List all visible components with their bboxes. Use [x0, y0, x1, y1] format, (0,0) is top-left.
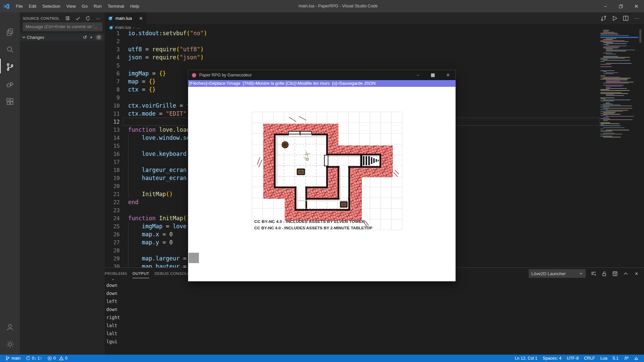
branch-indicator[interactable]: main: [3, 355, 23, 362]
active-view-indicator: [0, 59, 1, 73]
open-changes-icon[interactable]: [600, 15, 607, 21]
refresh-icon[interactable]: [85, 16, 91, 21]
source-control-header: SOURCE CONTROL ···: [23, 15, 105, 22]
stage-all-icon[interactable]: +: [90, 35, 93, 40]
dropdown-value: Löve2D Launcher: [531, 271, 579, 276]
extensions-icon[interactable]: [6, 98, 14, 106]
code-line-16: 16 love.keyboard.: [105, 150, 190, 158]
tab-label: main.lua: [115, 16, 132, 21]
encoding[interactable]: UTF-8: [564, 355, 581, 362]
code-line-29: 29 map.largeur =: [105, 254, 190, 262]
lua-version[interactable]: 5.1: [610, 355, 621, 362]
panel-tab-problems[interactable]: PROBLEMS: [105, 268, 127, 279]
changes-section-row[interactable]: Changes ↺ + 0: [20, 34, 105, 41]
cursor-position[interactable]: Ln 12, Col 1: [512, 355, 540, 362]
error-count: 0: [53, 356, 56, 361]
eol-sequence[interactable]: CRLF: [581, 355, 598, 362]
open-in-editor-icon[interactable]: [612, 271, 618, 277]
paper-rpg-help-bar: [Flèches]=Déplace l'image [TAB]=Montre l…: [188, 80, 455, 87]
output-line: lalt: [106, 322, 117, 330]
commit-check-icon[interactable]: [75, 16, 80, 21]
more-actions-icon[interactable]: ···: [634, 15, 640, 21]
code-line-14: 14 love.window.se: [105, 134, 190, 142]
menu-file[interactable]: File: [13, 0, 26, 12]
editor-scrollbar[interactable]: [639, 29, 641, 43]
tab-main-lua[interactable]: main.lua ✕: [105, 12, 147, 24]
menu-go[interactable]: Go: [79, 0, 91, 12]
split-editor-icon[interactable]: [623, 15, 629, 21]
settings-gear-icon[interactable]: [6, 340, 14, 349]
paper-rpg-title-bar[interactable]: Paper RPG by Gamecodeur − ✕: [188, 70, 455, 80]
tab-close-icon[interactable]: ✕: [138, 16, 144, 21]
notifications-bell-icon[interactable]: [631, 355, 641, 362]
code-line-27: 27 map.y = 0: [105, 238, 173, 246]
menu-terminal[interactable]: Terminal: [105, 0, 127, 12]
unlock-icon[interactable]: [601, 271, 607, 277]
language-mode[interactable]: Lua: [598, 355, 610, 362]
credit-line-1: CC BY-NC 4.0 - INCLUDES ASSETS BY ELVEN …: [254, 220, 365, 224]
maximize-button[interactable]: [425, 70, 440, 80]
view-as-tree-icon[interactable]: [65, 16, 70, 21]
pot-prop: [282, 142, 288, 148]
close-panel-icon[interactable]: ×: [634, 271, 639, 277]
sync-indicator[interactable]: 0↓ 1↑: [23, 355, 45, 362]
minimize-button[interactable]: −: [410, 70, 425, 80]
breadcrumb[interactable]: main.lua › …: [105, 24, 644, 31]
table-prop: [297, 169, 305, 175]
tile-cursor-box: [189, 253, 199, 263]
menu-run[interactable]: Run: [91, 0, 105, 12]
credit-line-2: CC BY-NC 4.0 - INCLUDES ASSETS BY 2-MINU…: [254, 226, 372, 230]
maximize-icon: [431, 73, 435, 77]
maximize-panel-icon[interactable]: [623, 271, 629, 277]
paper-rpg-canvas[interactable]: CC BY-NC 4.0 - INCLUDES ASSETS BY ELVEN …: [188, 87, 455, 281]
code-line-6: 6imgMap = {}: [105, 69, 166, 77]
code-line-19: 19 hauteur_ecran: [105, 174, 186, 182]
source-control-icon[interactable]: [6, 63, 14, 71]
code-line-22: 22end: [105, 198, 139, 206]
code-line-20: 20: [105, 182, 128, 190]
code-line-2: 2: [105, 37, 128, 45]
gamecodeur-logo-icon: [192, 73, 197, 78]
minimap[interactable]: [600, 29, 638, 140]
close-button[interactable]: ✕: [440, 70, 455, 80]
activity-bar: [0, 12, 20, 355]
breadcrumb-symbol[interactable]: …: [136, 25, 141, 30]
indentation[interactable]: Spaces: 4: [540, 355, 564, 362]
account-icon[interactable]: [6, 323, 14, 331]
status-bar: main 0↓ 1↑ 0 0 Ln 12, Col 1 Spaces: 4 UT…: [0, 355, 644, 362]
search-icon[interactable]: [6, 45, 14, 54]
breadcrumb-file[interactable]: main.lua: [115, 25, 131, 30]
close-button[interactable]: ✕: [629, 0, 644, 12]
commit-message-input[interactable]: Message (Ctrl+Enter to commit on '...: [23, 22, 102, 31]
vscode-window: FileEditSelectionViewGoRunTerminalHelp m…: [0, 0, 644, 362]
more-actions-icon[interactable]: ···: [95, 16, 101, 21]
code-line-28: 28: [105, 246, 128, 254]
panel-tab-output[interactable]: OUTPUT: [132, 268, 149, 279]
menu-selection[interactable]: Selection: [39, 0, 63, 12]
panel-tab-debug-console[interactable]: DEBUG CONSOLE: [155, 268, 190, 279]
explorer-icon[interactable]: [6, 28, 14, 37]
menu-help[interactable]: Help: [127, 0, 142, 12]
code-line-18: 18 largeur_ecran: [105, 166, 186, 174]
run-file-icon[interactable]: [611, 15, 618, 21]
changes-count-badge: 0: [96, 35, 102, 40]
restore-button[interactable]: [613, 0, 629, 12]
lua-file-icon: [109, 25, 113, 30]
problems-indicator[interactable]: 0 0: [45, 355, 70, 362]
run-debug-icon[interactable]: [6, 80, 14, 89]
paper-rpg-window[interactable]: Paper RPG by Gamecodeur − ✕ [Flèches]=Dé…: [188, 70, 456, 282]
clear-output-icon[interactable]: [591, 271, 596, 277]
output-channel-dropdown[interactable]: Löve2D Launcher: [529, 269, 586, 278]
discard-changes-icon[interactable]: ↺: [83, 35, 87, 40]
code-line-25: 25 imgMap = love.: [105, 222, 190, 230]
feedback-icon[interactable]: [621, 355, 631, 362]
menu-view[interactable]: View: [63, 0, 79, 12]
breadcrumb-separator: ›: [133, 25, 134, 30]
code-line-3: 3utf8 = require("utf8"): [105, 45, 204, 53]
code-line-4: 4json = require("json"): [105, 53, 204, 61]
code-line-17: 17: [105, 158, 128, 166]
code-line-9: 9: [105, 94, 128, 102]
minimize-button[interactable]: −: [598, 0, 613, 12]
editor-actions: ···: [600, 12, 640, 24]
menu-edit[interactable]: Edit: [26, 0, 39, 12]
